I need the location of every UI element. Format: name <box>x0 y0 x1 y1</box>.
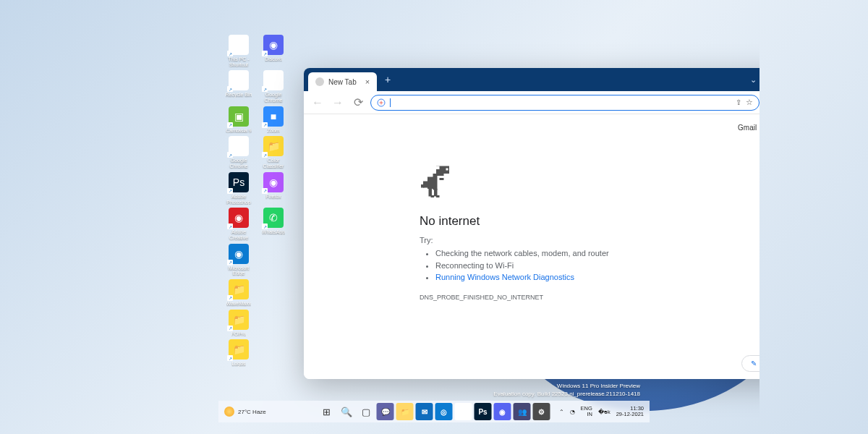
network-icon[interactable]: �ək <box>598 409 610 415</box>
app-icon: 📁↗ <box>229 310 249 330</box>
toolbar: ← → ⟳ ⇪ ☆ ▣ ✦ ⋮ <box>304 91 760 114</box>
shortcut-arrow-icon: ↗ <box>227 355 233 361</box>
chat-icon[interactable]: 💬 <box>377 403 394 420</box>
desktop-icon[interactable]: 📁↗Color Classifier <box>258 136 289 169</box>
chrome-window: New Tab × + ⌄ — ▢ ✕ ← → ⟳ ⇪ ☆ ▣ ✦ ⋮ Gm <box>304 68 760 379</box>
shortcut-arrow-icon: ↗ <box>227 188 233 194</box>
app-icon: ✆↗ <box>263 208 284 228</box>
svg-rect-13 <box>440 178 444 180</box>
icon-label: Camtasia 9 <box>226 128 251 134</box>
search-icon[interactable]: 🔍 <box>338 403 355 420</box>
shortcut-arrow-icon: ↗ <box>227 51 233 56</box>
app-icon: 📁↗ <box>229 279 249 299</box>
discord-icon[interactable]: ◉ <box>494 403 511 420</box>
error-block: No internet Try: Checking the network ca… <box>420 165 738 301</box>
sun-icon <box>224 407 234 417</box>
desktop-icon[interactable]: ◉↗Firefox <box>258 172 289 205</box>
shortcut-arrow-icon: ↗ <box>227 295 233 301</box>
browser-tab[interactable]: New Tab × <box>308 72 377 91</box>
tab-close-icon[interactable]: × <box>365 77 370 86</box>
app-icon: 🖥↗ <box>229 35 249 55</box>
desktop-icon[interactable]: ◉↗Discord <box>258 35 289 67</box>
desktop-icon[interactable]: ◉↗Google Chrome <box>223 136 255 169</box>
google-icon <box>377 98 386 107</box>
settings-icon[interactable]: ⚙ <box>533 403 550 420</box>
taskbar-center: ⊞🔍▢💬📁✉◎◉Ps◉👥⚙ <box>318 403 550 420</box>
icon-label: FOPro <box>231 331 247 337</box>
desktop-icon[interactable]: 📁↗WaveMaxx <box>223 279 255 307</box>
icon-label: Zoom <box>267 128 280 134</box>
error-heading: No internet <box>420 214 738 229</box>
try-label: Try: <box>420 236 738 244</box>
ntp-links: Gmail Images 🙂 <box>738 120 760 135</box>
text-cursor <box>390 98 391 107</box>
suggestion-item: Checking the network cables, modem, and … <box>435 247 738 260</box>
desktop-icon[interactable]: 📁↗Logos <box>223 339 255 367</box>
desktop-icon[interactable]: ◉↗Google Chrome <box>258 70 289 103</box>
svg-rect-3 <box>446 169 448 171</box>
caret-down-icon[interactable]: ⌄ <box>741 68 760 91</box>
page-content: Gmail Images 🙂 No internet Try: Checking… <box>304 114 760 379</box>
diagnostics-link[interactable]: Running Windows Network Diagnostics <box>435 273 574 281</box>
titlebar[interactable]: New Tab × + ⌄ — ▢ ✕ <box>304 68 760 91</box>
svg-rect-8 <box>421 184 425 188</box>
forward-button[interactable]: → <box>330 95 346 111</box>
desktop-icons: 🖥↗This PC - Shortcut◉↗Discord🗑↗Recycle B… <box>223 35 289 367</box>
taskview-icon[interactable]: ▢ <box>357 403 375 420</box>
shortcut-arrow-icon: ↗ <box>262 122 268 128</box>
weather-widget[interactable]: 27°C Haze <box>224 407 266 417</box>
desktop-icon[interactable]: ◉↗Microsoft Edge <box>223 244 255 276</box>
start-icon[interactable]: ⊞ <box>318 403 336 420</box>
shortcut-arrow-icon: ↗ <box>262 51 268 56</box>
desktop-icon[interactable]: ■↗Zoom <box>258 106 289 134</box>
app-icon: ◉↗ <box>263 70 284 90</box>
favicon-icon <box>315 77 324 86</box>
share-icon[interactable]: ⇪ <box>736 98 741 106</box>
star-icon[interactable]: ☆ <box>746 98 753 107</box>
error-code: DNS_PROBE_FINISHED_NO_INTERNET <box>420 294 738 301</box>
desktop-icon[interactable]: Ps↗Adobe Photoshop <box>223 172 255 205</box>
icon-label: WaveMaxx <box>226 301 251 307</box>
omnibox-input[interactable] <box>395 98 731 106</box>
app-icon: ◉↗ <box>229 244 249 264</box>
desktop-icon[interactable]: 🖥↗This PC - Shortcut <box>223 35 255 67</box>
dino-icon[interactable] <box>420 165 453 200</box>
explorer-icon[interactable]: 📁 <box>396 403 414 420</box>
icon-label: Google Chrome <box>258 92 289 103</box>
photoshop-icon[interactable]: Ps <box>475 403 492 420</box>
desktop-icon[interactable]: ▣↗Camtasia 9 <box>223 106 255 134</box>
app-icon: ◉↗ <box>263 35 284 55</box>
app-icon: ▣↗ <box>229 106 249 127</box>
desktop-icon[interactable]: ✆↗WhatsApp <box>258 208 289 240</box>
chrome-icon[interactable]: ◉ <box>455 403 472 420</box>
icon-label: Adobe Photoshop <box>223 194 255 205</box>
desktop-icon[interactable]: 🗑↗Recycle Bin <box>223 70 255 103</box>
new-tab-button[interactable]: + <box>380 72 396 88</box>
app-icon: 🗑↗ <box>229 70 249 90</box>
desktop-icon[interactable]: ◉↗Adobe Creative <box>223 208 255 240</box>
address-bar[interactable]: ⇪ ☆ <box>370 95 760 111</box>
language-indicator[interactable]: ENG IN <box>581 406 592 418</box>
svg-rect-4 <box>436 174 444 176</box>
app-icon: 📁↗ <box>263 136 284 156</box>
desktop-icon[interactable]: 📁↗FOPro <box>223 310 255 337</box>
icon-label: Recycle Bin <box>226 92 252 98</box>
error-suggestions: Checking the network cables, modem, and … <box>435 247 738 284</box>
reload-button[interactable]: ⟳ <box>350 95 366 111</box>
tray-chevron-icon[interactable]: ⌃ <box>559 409 564 415</box>
customize-chrome-button[interactable]: ✎ Customize Chrome <box>741 355 760 372</box>
edge-icon[interactable]: ◎ <box>435 403 453 420</box>
back-button[interactable]: ← <box>310 95 326 111</box>
gmail-link[interactable]: Gmail <box>738 124 757 132</box>
tray-icon[interactable]: ◔ <box>570 409 575 415</box>
svg-rect-12 <box>436 195 440 197</box>
svg-rect-11 <box>431 195 435 197</box>
mail-icon[interactable]: ✉ <box>416 403 433 420</box>
icon-label: Adobe Creative <box>223 229 255 240</box>
clock[interactable]: 11:30 29-12-2021 <box>616 406 644 418</box>
shortcut-arrow-icon: ↗ <box>227 326 233 331</box>
icon-label: Firefox <box>265 194 281 200</box>
teams-icon[interactable]: 👥 <box>514 403 531 420</box>
date: 29-12-2021 <box>616 412 644 417</box>
icon-label: Discord <box>265 56 282 62</box>
